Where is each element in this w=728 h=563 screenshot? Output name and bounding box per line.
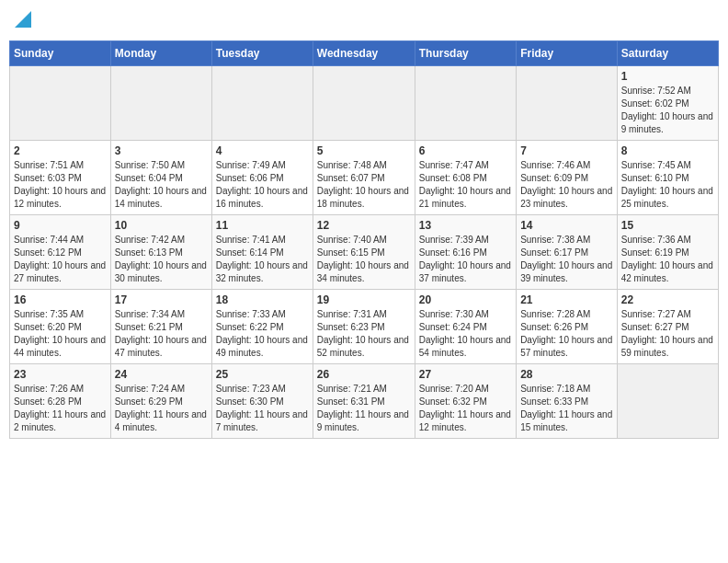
page-header <box>9 9 719 33</box>
day-number: 7 <box>520 144 613 157</box>
calendar-cell: 16Sunrise: 7:35 AM Sunset: 6:20 PM Dayli… <box>10 290 111 364</box>
col-header-thursday: Thursday <box>415 41 516 66</box>
calendar-cell: 14Sunrise: 7:38 AM Sunset: 6:17 PM Dayli… <box>517 215 618 290</box>
calendar-cell: 3Sunrise: 7:50 AM Sunset: 6:04 PM Daylig… <box>110 141 211 215</box>
day-info: Sunrise: 7:28 AM Sunset: 6:26 PM Dayligh… <box>520 308 613 360</box>
day-number: 5 <box>317 144 411 157</box>
col-header-friday: Friday <box>517 41 618 66</box>
col-header-tuesday: Tuesday <box>211 41 313 66</box>
calendar-cell <box>517 66 618 141</box>
day-info: Sunrise: 7:23 AM Sunset: 6:30 PM Dayligh… <box>216 383 309 434</box>
calendar-cell: 4Sunrise: 7:49 AM Sunset: 6:06 PM Daylig… <box>211 141 313 215</box>
day-info: Sunrise: 7:41 AM Sunset: 6:14 PM Dayligh… <box>216 234 309 285</box>
col-header-sunday: Sunday <box>10 41 111 66</box>
day-info: Sunrise: 7:31 AM Sunset: 6:23 PM Dayligh… <box>317 308 411 360</box>
calendar-cell: 12Sunrise: 7:40 AM Sunset: 6:15 PM Dayli… <box>313 215 415 290</box>
day-number: 13 <box>419 219 512 232</box>
day-number: 28 <box>520 368 613 381</box>
calendar-cell: 23Sunrise: 7:26 AM Sunset: 6:28 PM Dayli… <box>10 364 111 439</box>
calendar-cell: 24Sunrise: 7:24 AM Sunset: 6:29 PM Dayli… <box>110 364 211 439</box>
day-info: Sunrise: 7:38 AM Sunset: 6:17 PM Dayligh… <box>520 234 613 285</box>
day-info: Sunrise: 7:34 AM Sunset: 6:21 PM Dayligh… <box>115 308 208 360</box>
day-number: 25 <box>216 368 309 381</box>
calendar-week-3: 9Sunrise: 7:44 AM Sunset: 6:12 PM Daylig… <box>10 215 719 290</box>
logo-icon <box>15 11 31 28</box>
col-header-saturday: Saturday <box>617 41 718 66</box>
day-number: 21 <box>520 293 613 306</box>
day-number: 10 <box>115 219 208 232</box>
day-number: 27 <box>419 368 512 381</box>
calendar-cell: 1Sunrise: 7:52 AM Sunset: 6:02 PM Daylig… <box>617 66 718 141</box>
day-number: 9 <box>14 219 107 232</box>
day-number: 4 <box>216 144 309 157</box>
calendar-header-row: SundayMondayTuesdayWednesdayThursdayFrid… <box>10 41 719 66</box>
day-number: 18 <box>216 293 309 306</box>
day-number: 3 <box>115 144 208 157</box>
day-info: Sunrise: 7:18 AM Sunset: 6:33 PM Dayligh… <box>520 383 613 434</box>
day-info: Sunrise: 7:35 AM Sunset: 6:20 PM Dayligh… <box>14 308 107 360</box>
day-info: Sunrise: 7:36 AM Sunset: 6:19 PM Dayligh… <box>621 234 714 285</box>
day-info: Sunrise: 7:52 AM Sunset: 6:02 PM Dayligh… <box>621 85 714 136</box>
day-info: Sunrise: 7:46 AM Sunset: 6:09 PM Dayligh… <box>520 159 613 211</box>
calendar-cell: 9Sunrise: 7:44 AM Sunset: 6:12 PM Daylig… <box>10 215 111 290</box>
day-number: 24 <box>115 368 208 381</box>
svg-marker-0 <box>15 11 31 28</box>
calendar-week-4: 16Sunrise: 7:35 AM Sunset: 6:20 PM Dayli… <box>10 290 719 364</box>
logo <box>13 15 31 28</box>
calendar-week-5: 23Sunrise: 7:26 AM Sunset: 6:28 PM Dayli… <box>10 364 719 439</box>
calendar-cell: 28Sunrise: 7:18 AM Sunset: 6:33 PM Dayli… <box>517 364 618 439</box>
day-number: 16 <box>14 293 107 306</box>
calendar-cell <box>415 66 516 141</box>
calendar-cell: 2Sunrise: 7:51 AM Sunset: 6:03 PM Daylig… <box>10 141 111 215</box>
calendar-cell <box>110 66 211 141</box>
calendar-cell <box>617 364 718 439</box>
calendar-cell: 21Sunrise: 7:28 AM Sunset: 6:26 PM Dayli… <box>517 290 618 364</box>
calendar-week-1: 1Sunrise: 7:52 AM Sunset: 6:02 PM Daylig… <box>10 66 719 141</box>
day-number: 19 <box>317 293 411 306</box>
day-info: Sunrise: 7:44 AM Sunset: 6:12 PM Dayligh… <box>14 234 107 285</box>
day-number: 12 <box>317 219 411 232</box>
calendar-cell: 13Sunrise: 7:39 AM Sunset: 6:16 PM Dayli… <box>415 215 516 290</box>
calendar-week-2: 2Sunrise: 7:51 AM Sunset: 6:03 PM Daylig… <box>10 141 719 215</box>
day-info: Sunrise: 7:20 AM Sunset: 6:32 PM Dayligh… <box>419 383 512 434</box>
day-number: 15 <box>621 219 714 232</box>
day-info: Sunrise: 7:21 AM Sunset: 6:31 PM Dayligh… <box>317 383 411 434</box>
day-info: Sunrise: 7:45 AM Sunset: 6:10 PM Dayligh… <box>621 159 714 211</box>
calendar-cell: 11Sunrise: 7:41 AM Sunset: 6:14 PM Dayli… <box>211 215 313 290</box>
calendar-cell: 6Sunrise: 7:47 AM Sunset: 6:08 PM Daylig… <box>415 141 516 215</box>
calendar-cell: 19Sunrise: 7:31 AM Sunset: 6:23 PM Dayli… <box>313 290 415 364</box>
day-number: 17 <box>115 293 208 306</box>
calendar-cell: 17Sunrise: 7:34 AM Sunset: 6:21 PM Dayli… <box>110 290 211 364</box>
day-number: 20 <box>419 293 512 306</box>
day-number: 11 <box>216 219 309 232</box>
calendar-cell <box>313 66 415 141</box>
day-number: 8 <box>621 144 714 157</box>
calendar-cell: 20Sunrise: 7:30 AM Sunset: 6:24 PM Dayli… <box>415 290 516 364</box>
calendar-cell: 8Sunrise: 7:45 AM Sunset: 6:10 PM Daylig… <box>617 141 718 215</box>
calendar-cell: 26Sunrise: 7:21 AM Sunset: 6:31 PM Dayli… <box>313 364 415 439</box>
calendar-cell <box>10 66 111 141</box>
day-number: 14 <box>520 219 613 232</box>
day-number: 1 <box>621 70 714 83</box>
calendar-cell: 15Sunrise: 7:36 AM Sunset: 6:19 PM Dayli… <box>617 215 718 290</box>
day-info: Sunrise: 7:30 AM Sunset: 6:24 PM Dayligh… <box>419 308 512 360</box>
day-number: 6 <box>419 144 512 157</box>
col-header-monday: Monday <box>110 41 211 66</box>
day-info: Sunrise: 7:49 AM Sunset: 6:06 PM Dayligh… <box>216 159 309 211</box>
day-number: 26 <box>317 368 411 381</box>
day-info: Sunrise: 7:33 AM Sunset: 6:22 PM Dayligh… <box>216 308 309 360</box>
day-number: 22 <box>621 293 714 306</box>
day-info: Sunrise: 7:51 AM Sunset: 6:03 PM Dayligh… <box>14 159 107 211</box>
calendar-cell: 7Sunrise: 7:46 AM Sunset: 6:09 PM Daylig… <box>517 141 618 215</box>
day-info: Sunrise: 7:39 AM Sunset: 6:16 PM Dayligh… <box>419 234 512 285</box>
calendar-cell: 18Sunrise: 7:33 AM Sunset: 6:22 PM Dayli… <box>211 290 313 364</box>
calendar-cell: 25Sunrise: 7:23 AM Sunset: 6:30 PM Dayli… <box>211 364 313 439</box>
day-info: Sunrise: 7:48 AM Sunset: 6:07 PM Dayligh… <box>317 159 411 211</box>
day-info: Sunrise: 7:42 AM Sunset: 6:13 PM Dayligh… <box>115 234 208 285</box>
day-number: 2 <box>14 144 107 157</box>
day-info: Sunrise: 7:26 AM Sunset: 6:28 PM Dayligh… <box>14 383 107 434</box>
calendar-table: SundayMondayTuesdayWednesdayThursdayFrid… <box>9 40 719 439</box>
calendar-cell: 22Sunrise: 7:27 AM Sunset: 6:27 PM Dayli… <box>617 290 718 364</box>
calendar-cell <box>211 66 313 141</box>
day-info: Sunrise: 7:50 AM Sunset: 6:04 PM Dayligh… <box>115 159 208 211</box>
